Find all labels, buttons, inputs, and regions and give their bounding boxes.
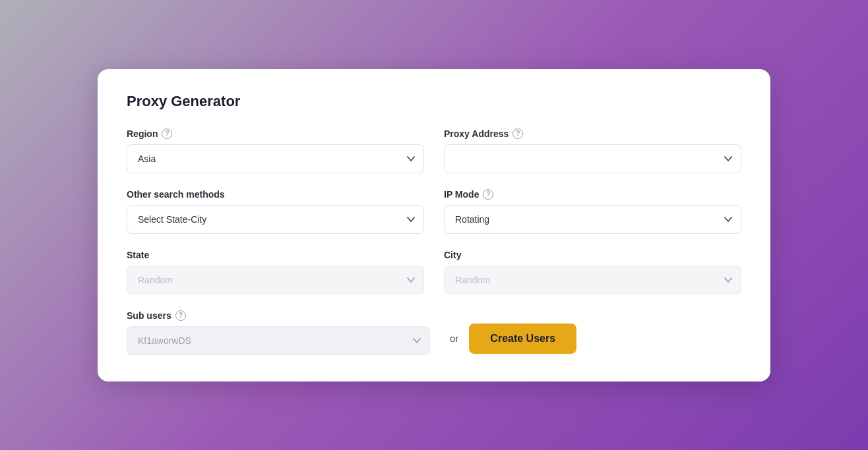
city-label: City — [444, 250, 741, 260]
region-select[interactable]: Asia Europe North America South America … — [127, 144, 424, 173]
other-search-select-wrapper: Select State-City — [127, 205, 424, 234]
proxy-generator-card: Proxy Generator Region ? Asia Europe Nor… — [98, 69, 770, 381]
city-select[interactable]: Random — [444, 266, 741, 295]
state-select[interactable]: Random — [127, 266, 424, 295]
create-users-section: or Create Users — [450, 323, 576, 355]
row-search-ipmode: Other search methods Select State-City I… — [127, 189, 741, 234]
sub-users-group: Sub users ? Kf1aworwDS — [127, 310, 430, 355]
sub-users-select-wrapper: Kf1aworwDS — [127, 326, 430, 355]
row-region-proxy: Region ? Asia Europe North America South… — [127, 128, 741, 173]
proxy-address-group: Proxy Address ? — [444, 128, 741, 173]
region-select-wrapper: Asia Europe North America South America … — [127, 144, 424, 173]
proxy-address-help-icon: ? — [512, 128, 523, 139]
region-label: Region ? — [127, 128, 424, 139]
proxy-address-label: Proxy Address ? — [444, 128, 741, 139]
state-select-wrapper: Random — [127, 266, 424, 295]
city-group: City Random — [444, 250, 741, 295]
sub-users-label: Sub users ? — [127, 310, 430, 321]
region-group: Region ? Asia Europe North America South… — [127, 128, 424, 173]
ip-mode-group: IP Mode ? Rotating Static — [444, 189, 741, 234]
row-sub-users: Sub users ? Kf1aworwDS or Create Users — [127, 310, 741, 355]
or-text: or — [450, 333, 458, 344]
row-state-city: State Random City Random — [127, 250, 741, 295]
state-group: State Random — [127, 250, 424, 295]
proxy-address-select-wrapper — [444, 144, 741, 173]
sub-users-select[interactable]: Kf1aworwDS — [127, 326, 430, 355]
region-help-icon: ? — [162, 128, 172, 139]
state-label: State — [127, 250, 424, 260]
proxy-address-select[interactable] — [444, 144, 741, 173]
other-search-select[interactable]: Select State-City — [127, 205, 424, 234]
ip-mode-select-wrapper: Rotating Static — [444, 205, 741, 234]
create-users-button[interactable]: Create Users — [469, 323, 576, 354]
ip-mode-select[interactable]: Rotating Static — [444, 205, 741, 234]
ip-mode-help-icon: ? — [483, 189, 493, 200]
other-search-label: Other search methods — [127, 189, 424, 200]
ip-mode-label: IP Mode ? — [444, 189, 741, 200]
card-title: Proxy Generator — [127, 93, 741, 110]
city-select-wrapper: Random — [444, 266, 741, 295]
sub-users-help-icon: ? — [175, 310, 186, 321]
other-search-group: Other search methods Select State-City — [127, 189, 424, 234]
